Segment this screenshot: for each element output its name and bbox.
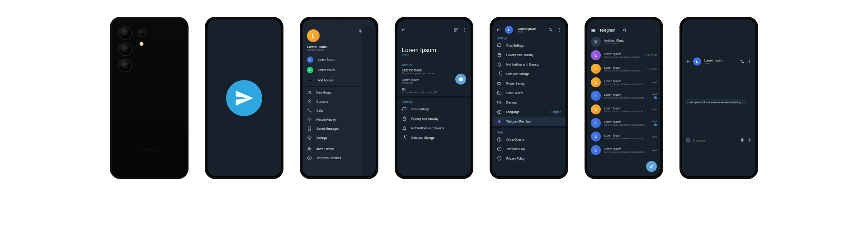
chat-row[interactable]: LLorem IpsumLorem ipsum, consectetur adi… bbox=[587, 116, 660, 130]
chat-preview: Lorem ipsum, consectetur adipiscing elit… bbox=[604, 151, 649, 153]
setting-data[interactable]: Data and Storage bbox=[397, 133, 471, 142]
chat-time: Wed bbox=[652, 81, 657, 84]
info-icon bbox=[307, 156, 312, 161]
new-message-fab[interactable] bbox=[646, 161, 657, 172]
drawer-item-label: Invite Friends bbox=[316, 147, 334, 151]
conversation-header[interactable]: L Lorem Ipsum online bbox=[682, 26, 755, 97]
chat-row[interactable]: LLorem IpsumLorem ipsum, consectetur adi… bbox=[587, 62, 660, 76]
setting-value: English bbox=[552, 110, 561, 113]
help-shield[interactable]: Privacy Policy bbox=[492, 154, 566, 163]
profile-phone: +1234567689 bbox=[307, 49, 371, 52]
chat-name: Lorem Ipsum bbox=[604, 66, 642, 69]
phone-settings-full: L Lorem Ipsum online Settings Chat Setti… bbox=[490, 17, 568, 179]
user-icon bbox=[307, 99, 312, 104]
star-icon bbox=[497, 119, 502, 124]
archived-chats-row[interactable]: Archived Chats Lorem Ipsum bbox=[587, 35, 660, 48]
add-account-label: Add Account bbox=[318, 79, 335, 82]
phone-splash bbox=[205, 17, 283, 179]
unread-badge bbox=[654, 96, 657, 99]
message-bubble-in[interactable]: Lorem ipsum dolor sit amet, consectetur … bbox=[685, 99, 746, 104]
chat-avatar: L bbox=[591, 132, 601, 142]
camera-lens-icon bbox=[118, 43, 132, 56]
chatlist-header: Telegram bbox=[587, 26, 660, 35]
setting-star[interactable]: Telegram Premium bbox=[492, 117, 566, 126]
topbar bbox=[397, 26, 471, 34]
setting-devices[interactable]: Devices bbox=[492, 98, 566, 107]
change-photo-button[interactable] bbox=[455, 74, 466, 85]
setting-lock[interactable]: Privacy and Security bbox=[492, 50, 566, 60]
devices-icon bbox=[497, 100, 502, 105]
setting-label: Data and Storage bbox=[506, 72, 529, 76]
chat-time: Wed bbox=[652, 93, 657, 95]
chat-time: Wed bbox=[652, 120, 657, 123]
chat-avatar: L bbox=[591, 145, 601, 155]
chat-row[interactable]: LLorem IpsumLorem ipsum, consectetur adi… bbox=[587, 48, 660, 62]
settings-avatar[interactable]: L bbox=[505, 26, 513, 34]
hero-status: online bbox=[402, 53, 466, 56]
setting-chat[interactable]: Chat Settings bbox=[492, 41, 566, 50]
setting-battery[interactable]: Power Saving bbox=[492, 79, 566, 88]
data-icon bbox=[497, 71, 502, 76]
search-icon[interactable] bbox=[623, 28, 627, 33]
camera-punch-icon bbox=[338, 22, 340, 24]
contact-avatar[interactable]: L bbox=[693, 57, 701, 66]
more-icon[interactable] bbox=[747, 28, 752, 95]
chat-avatar: L bbox=[591, 50, 601, 60]
phone-conversation: L Lorem Ipsum online Lorem ipsum dolor s… bbox=[680, 17, 758, 179]
shield-icon bbox=[497, 156, 502, 161]
back-icon[interactable] bbox=[686, 28, 690, 95]
drawer-item-label: Calls bbox=[316, 109, 323, 112]
setting-globe[interactable]: LanguageEnglish bbox=[492, 107, 566, 117]
setting-label: Privacy and Security bbox=[506, 53, 533, 57]
contact-name: Lorem Ipsum bbox=[704, 59, 737, 62]
nearby-icon bbox=[307, 117, 312, 122]
search-icon[interactable] bbox=[548, 28, 553, 32]
chat-avatar: L bbox=[591, 77, 601, 87]
help-label: Telegram FAQ bbox=[506, 147, 525, 151]
chatlist-background bbox=[362, 26, 376, 176]
message-input[interactable] bbox=[693, 139, 737, 142]
setting-lock[interactable]: Privacy and Security bbox=[397, 114, 471, 123]
gear-icon bbox=[307, 135, 312, 140]
setting-bell[interactable]: Notifications and Sounds bbox=[397, 123, 471, 133]
more-icon[interactable] bbox=[462, 28, 467, 32]
app-title: Telegram bbox=[599, 28, 615, 33]
setting-bell[interactable]: Notifications and Sounds bbox=[492, 60, 566, 69]
back-icon[interactable] bbox=[496, 28, 500, 32]
back-icon[interactable] bbox=[401, 28, 406, 32]
invite-icon bbox=[307, 146, 312, 151]
settings-header-status: online bbox=[518, 30, 536, 33]
setting-data[interactable]: Data and Storage bbox=[492, 69, 566, 79]
bookmark-icon bbox=[307, 126, 312, 131]
setting-label: Chat Folders bbox=[506, 91, 523, 95]
setting-label: Power Saving bbox=[506, 82, 524, 85]
drawer-item-label: Contacts bbox=[316, 100, 328, 103]
folder-icon bbox=[497, 90, 502, 95]
setting-folder[interactable]: Chat Folders bbox=[492, 88, 566, 98]
contact-status: online bbox=[704, 62, 737, 65]
chat-row[interactable]: LLorem IpsumLorem ipsum, consectetur adi… bbox=[587, 103, 660, 116]
battery-icon bbox=[497, 81, 502, 86]
account-avatar: L bbox=[307, 67, 313, 73]
qr-icon[interactable] bbox=[453, 28, 458, 32]
chat-row[interactable]: LLorem IpsumLorem ipsum, consectetur adi… bbox=[587, 76, 660, 89]
call-icon[interactable] bbox=[740, 28, 745, 95]
help-icon bbox=[497, 137, 502, 142]
phone-back-view: SAMSUNG bbox=[110, 17, 188, 179]
account-name: Lorem Ipsum bbox=[318, 68, 335, 71]
mic-icon[interactable] bbox=[747, 106, 752, 174]
help-faq[interactable]: Telegram FAQ bbox=[492, 144, 566, 154]
data-icon bbox=[402, 135, 407, 140]
emoji-icon[interactable] bbox=[686, 106, 690, 174]
lock-icon bbox=[497, 52, 502, 57]
more-icon[interactable] bbox=[557, 28, 562, 32]
chat-name: Lorem Ipsum bbox=[604, 80, 649, 83]
profile-avatar[interactable]: L bbox=[307, 29, 320, 42]
messages-list[interactable]: Lorem ipsum dolor sit amet, consectetur … bbox=[682, 97, 755, 104]
help-help[interactable]: Ask a Question bbox=[492, 135, 566, 144]
chat-preview: Lorem ipsum, consectetur adipiscing elit… bbox=[604, 56, 642, 58]
bell-icon bbox=[402, 126, 407, 131]
setting-label: Data and Storage bbox=[411, 136, 434, 139]
chat-row[interactable]: LLorem IpsumLorem ipsum, consectetur adi… bbox=[587, 89, 660, 103]
attach-icon[interactable] bbox=[740, 106, 745, 174]
